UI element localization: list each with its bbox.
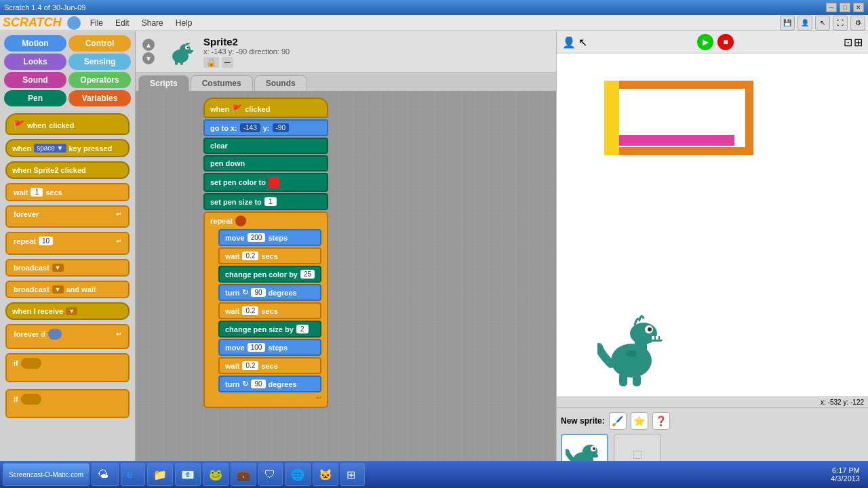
block-repeat-main[interactable]: repeat move 200 steps bbox=[203, 211, 328, 408]
block-sprite-clicked[interactable]: when Sprite2 clicked bbox=[5, 161, 130, 179]
sprite-header: ▲ ▼ Sprite2 x: -143 y: bbox=[136, 31, 556, 73]
block-pendown[interactable]: pen down bbox=[203, 155, 328, 171]
stage-toolbar: 👤 ↖ ▶ ■ ⊡ ⊞ bbox=[557, 31, 868, 54]
sprite-info: Sprite2 x: -143 y: -90 direction: 90 🔒 ─ bbox=[203, 36, 290, 68]
block-when-receive[interactable]: when I receive ▼ bbox=[5, 302, 130, 320]
block-move200[interactable]: move 200 steps bbox=[218, 229, 321, 246]
save-icon[interactable]: 💾 bbox=[780, 16, 795, 30]
stage-icons: 👤 ↖ bbox=[562, 36, 587, 49]
block-forever-if[interactable]: forever if ↩ bbox=[5, 324, 130, 349]
minimize-button[interactable]: ─ bbox=[826, 3, 837, 12]
maximize-button[interactable]: □ bbox=[840, 3, 850, 12]
taskbar-explorer[interactable]: 📁 bbox=[147, 463, 173, 486]
pen-color-swatch[interactable] bbox=[269, 177, 279, 188]
block-repeat[interactable]: repeat 10 ↩ bbox=[5, 232, 130, 255]
close-button[interactable]: ✕ bbox=[853, 3, 864, 12]
globe-icon[interactable] bbox=[67, 16, 81, 30]
repeat-value[interactable] bbox=[235, 216, 246, 226]
block-change-pen-color[interactable]: change pen color by 25 bbox=[218, 266, 321, 283]
cat-operators[interactable]: Operators bbox=[68, 72, 131, 88]
svg-rect-6 bbox=[175, 60, 178, 65]
sprite-name: Sprite2 bbox=[203, 36, 290, 47]
taskbar-ie[interactable]: e bbox=[121, 463, 145, 486]
block-if2[interactable]: if bbox=[5, 389, 130, 418]
block-move100[interactable]: move 100 steps bbox=[218, 339, 321, 356]
taskbar-frog[interactable]: 🐸 bbox=[203, 463, 229, 486]
cat-sensing[interactable]: Sensing bbox=[68, 54, 131, 70]
taskbar-web[interactable]: 🌐 bbox=[285, 463, 311, 486]
cat-control[interactable]: Control bbox=[68, 35, 131, 52]
toolbar-icons: 💾 👤 ↖ ⛶ ⚙ bbox=[780, 16, 865, 30]
stage-size-controls: ⊡ ⊞ bbox=[844, 36, 863, 49]
person-icon[interactable]: 👤 bbox=[797, 16, 812, 30]
repeat-end-arrow: ↩ bbox=[210, 394, 321, 401]
tab-sounds[interactable]: Sounds bbox=[254, 75, 307, 91]
menubar: SCRATCH File Edit Share Help 💾 👤 ↖ ⛶ ⚙ bbox=[0, 15, 868, 31]
nav-arrows: ▲ ▼ bbox=[142, 39, 155, 64]
taskbar-mail[interactable]: 📧 bbox=[175, 463, 201, 486]
sprite-controls: 🔒 ─ bbox=[203, 57, 290, 68]
cat-sound[interactable]: Sound bbox=[4, 72, 66, 88]
block-if[interactable]: if bbox=[5, 353, 130, 382]
tab-costumes[interactable]: Costumes bbox=[191, 75, 253, 91]
svg-point-24 bbox=[593, 447, 595, 450]
taskbar-grid[interactable]: ⊞ bbox=[340, 463, 365, 486]
cat-motion[interactable]: Motion bbox=[4, 35, 66, 52]
block-broadcast[interactable]: broadcast ▼ bbox=[5, 259, 130, 277]
tabs-bar: Scripts Costumes Sounds bbox=[136, 73, 556, 91]
nav-up[interactable]: ▲ bbox=[142, 39, 155, 51]
screencast-btn[interactable]: Screencast-O-Matic.com bbox=[3, 463, 90, 486]
if-slot bbox=[21, 358, 41, 369]
stage-small-icon[interactable]: ⊡ bbox=[844, 36, 852, 49]
cat-looks[interactable]: Looks bbox=[4, 54, 66, 70]
block-wait3[interactable]: wait 0.2 secs bbox=[218, 357, 321, 374]
folder-sprite-btn[interactable]: ❓ bbox=[652, 412, 670, 430]
block-wait2[interactable]: wait 0.2 secs bbox=[218, 302, 321, 319]
stage-large-icon[interactable]: ⊞ bbox=[854, 36, 863, 49]
block-change-pen-size[interactable]: change pen size by 2 bbox=[218, 321, 321, 338]
cat-variables[interactable]: Variables bbox=[68, 90, 131, 106]
star-sprite-btn[interactable]: ⭐ bbox=[631, 412, 648, 430]
block-clear[interactable]: clear bbox=[203, 138, 328, 154]
tab-scripts[interactable]: Scripts bbox=[138, 75, 189, 91]
window-title: Scratch 1.4 of 30-Jun-09 bbox=[4, 3, 85, 12]
taskbar-weather[interactable]: 🌤 bbox=[92, 463, 119, 486]
block-when-clicked-main[interactable]: when 🚩 clicked bbox=[203, 98, 328, 118]
taskbar-files[interactable]: 💼 bbox=[231, 463, 256, 486]
menu-share[interactable]: Share bbox=[136, 17, 169, 29]
block-when-clicked[interactable]: 🚩 when clicked bbox=[5, 113, 130, 135]
person2-icon[interactable]: 👤 bbox=[562, 36, 576, 49]
scratch-logo: SCRATCH bbox=[3, 16, 62, 30]
block-key-pressed[interactable]: when space ▼ key pressed bbox=[5, 139, 130, 157]
cursor-icon[interactable]: ↖ bbox=[815, 16, 830, 30]
block-turn1[interactable]: turn ↻ 90 degrees bbox=[218, 284, 321, 301]
block-set-pen-color[interactable]: set pen color to bbox=[203, 173, 328, 192]
repeat-body: move 200 steps wait 0.2 secs bbox=[218, 229, 321, 392]
taskbar-shield[interactable]: 🛡 bbox=[258, 463, 283, 486]
stage-canvas bbox=[557, 54, 868, 396]
block-goto[interactable]: go to x: -143 y: -90 bbox=[203, 119, 328, 136]
green-flag-button[interactable]: ▶ bbox=[697, 34, 713, 50]
cat-pen[interactable]: Pen bbox=[4, 90, 66, 106]
lock-icon[interactable]: 🔒 bbox=[203, 57, 219, 68]
cursor2-icon[interactable]: ↖ bbox=[578, 36, 587, 49]
menu-edit[interactable]: Edit bbox=[110, 17, 135, 29]
taskbar-cat[interactable]: 🐱 bbox=[313, 463, 338, 486]
settings-icon[interactable]: ⚙ bbox=[850, 16, 865, 30]
menu-help[interactable]: Help bbox=[170, 17, 198, 29]
block-set-pen-size[interactable]: set pen size to 1 bbox=[203, 193, 328, 210]
stage-pink-line bbox=[619, 135, 734, 146]
block-wait1[interactable]: wait 0.2 secs bbox=[218, 247, 321, 264]
paint-sprite-btn[interactable]: 🖌️ bbox=[609, 412, 627, 430]
menu-file[interactable]: File bbox=[85, 17, 108, 29]
pin-icon[interactable]: ─ bbox=[222, 57, 233, 68]
nav-down[interactable]: ▼ bbox=[142, 52, 155, 64]
svg-rect-16 bbox=[660, 336, 663, 340]
block-turn2[interactable]: turn ↻ 90 degrees bbox=[218, 375, 321, 392]
block-forever[interactable]: forever ↩ bbox=[5, 205, 130, 228]
stage-status: x: -532 y: -122 bbox=[557, 396, 868, 407]
stop-button[interactable]: ■ bbox=[717, 34, 734, 50]
block-wait[interactable]: wait 1 secs bbox=[5, 183, 130, 201]
block-broadcast-wait[interactable]: broadcast ▼ and wait bbox=[5, 281, 130, 298]
fullscreen-icon[interactable]: ⛶ bbox=[833, 16, 848, 30]
